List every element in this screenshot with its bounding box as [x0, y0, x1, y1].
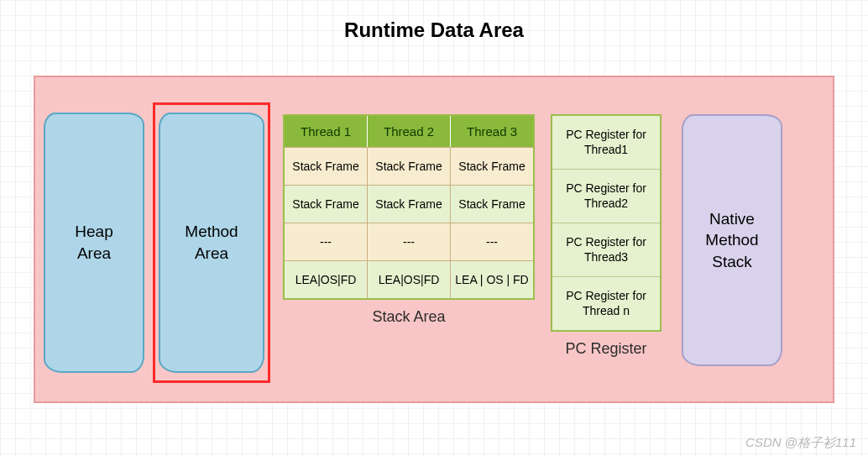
stack-cell: ---: [451, 223, 533, 260]
stack-cell: LEA|OS|FD: [285, 260, 368, 298]
native-stack-column: Native Method Stack: [673, 114, 791, 391]
pc-register-label: PC Register: [565, 340, 646, 358]
runtime-data-area-container: Heap Area Method Area Thread 1 Thread 2 …: [34, 76, 834, 403]
stack-cell: LEA|OS|FD: [368, 260, 451, 298]
pc-register-cell: PC Register for Thread2: [552, 170, 660, 223]
stack-body: Stack FrameStack FrameStack FrameStack F…: [285, 147, 533, 298]
stack-area-column: Thread 1 Thread 2 Thread 3 Stack FrameSt…: [279, 114, 539, 391]
method-area-wrap: Method Area: [153, 102, 270, 388]
stack-cell: ---: [368, 223, 451, 260]
stack-cell: Stack Frame: [285, 185, 368, 223]
stack-header-thread1: Thread 1: [285, 116, 368, 147]
stack-cell: Stack Frame: [451, 185, 533, 223]
method-area-box: Method Area: [159, 113, 264, 373]
pc-register-table: PC Register for Thread1PC Register for T…: [551, 114, 661, 332]
stack-cell: LEA | OS | FD: [451, 260, 533, 298]
native-label-line2: Method: [705, 229, 758, 251]
stack-row: LEA|OS|FDLEA|OS|FDLEA | OS | FD: [285, 260, 533, 298]
stack-cell: Stack Frame: [368, 147, 451, 185]
heap-area-box: Heap Area: [44, 113, 144, 373]
method-label-line2: Area: [195, 243, 228, 265]
diagram-title: Runtime Data Area: [0, 18, 868, 42]
pc-register-column: PC Register for Thread1PC Register for T…: [547, 114, 665, 391]
stack-header-row: Thread 1 Thread 2 Thread 3: [285, 116, 533, 147]
stack-header-thread2: Thread 2: [368, 116, 451, 147]
watermark-text: CSDN @格子衫111: [745, 435, 856, 451]
native-label-line3: Stack: [712, 251, 752, 273]
pc-register-cell: PC Register for Thread3: [552, 223, 660, 277]
pc-register-cell: PC Register for Thread n: [552, 277, 660, 330]
stack-row: ---------: [285, 223, 533, 260]
stack-cell: ---: [285, 223, 368, 260]
stack-header-thread3: Thread 3: [451, 116, 533, 147]
stack-cell: Stack Frame: [451, 147, 533, 185]
method-label-line1: Method: [185, 221, 238, 243]
heap-label-line2: Area: [77, 243, 111, 265]
stack-area-label: Stack Area: [372, 308, 445, 326]
native-label-line1: Native: [709, 208, 755, 230]
stack-row: Stack FrameStack FrameStack Frame: [285, 185, 533, 223]
heap-label-line1: Heap: [75, 221, 112, 243]
stack-area-table: Thread 1 Thread 2 Thread 3 Stack FrameSt…: [283, 114, 535, 300]
stack-cell: Stack Frame: [285, 147, 368, 185]
native-method-stack-box: Native Method Stack: [682, 114, 782, 366]
pc-register-cell: PC Register for Thread1: [552, 116, 660, 170]
stack-row: Stack FrameStack FrameStack Frame: [285, 147, 533, 185]
stack-cell: Stack Frame: [368, 185, 451, 223]
